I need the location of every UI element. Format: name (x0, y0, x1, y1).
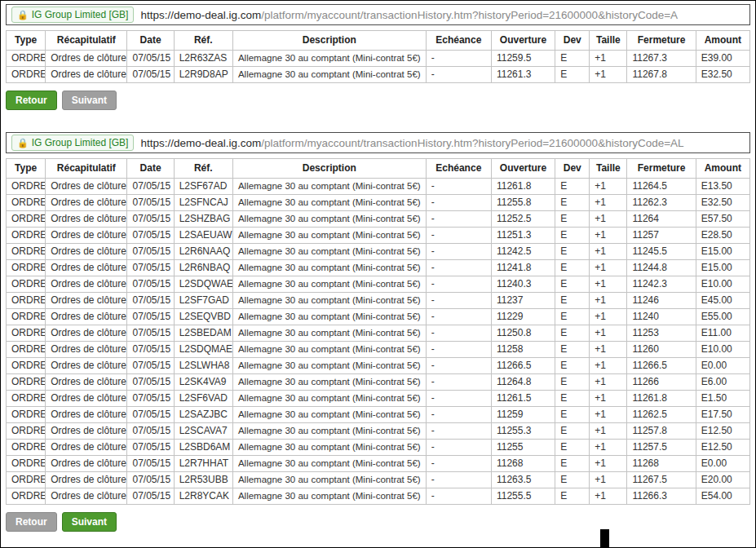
table-cell: L2SFNCAJ (174, 195, 232, 211)
column-header: Dev (555, 31, 590, 51)
table-cell: Ordres de clôture (46, 456, 127, 472)
table-cell: - (426, 407, 491, 423)
suivant-button[interactable]: Suivant (62, 91, 117, 110)
table-cell: Ordres de clôture (46, 423, 127, 440)
table-cell: +1 (590, 195, 627, 211)
table-row: ORDREOrdres de clôture07/05/15L2SLWHA8Al… (7, 358, 750, 374)
table-cell: E (555, 391, 590, 407)
table-cell: L2SLWHA8 (174, 358, 232, 374)
table-cell: 07/05/15 (127, 325, 174, 342)
table-cell: 11252.5 (491, 211, 555, 228)
table-cell: - (426, 293, 491, 309)
table-cell: L2SF6VAD (174, 391, 232, 407)
table-cell: +1 (590, 244, 627, 260)
table-cell: 11259.5 (491, 51, 555, 67)
table-cell: E11.00 (696, 325, 749, 342)
suivant-button[interactable]: Suivant (62, 512, 117, 532)
table-cell: 07/05/15 (127, 423, 174, 440)
column-header: Description (232, 31, 426, 51)
table-row: ORDREOrdres de clôture07/05/15L2SHZBAGAl… (7, 211, 750, 228)
ev-badge-label: IG Group Limited [GB] (32, 137, 129, 148)
table-cell: - (426, 488, 491, 505)
table-cell: +1 (590, 440, 627, 456)
ev-certificate-badge[interactable]: 🔒 IG Group Limited [GB] (11, 135, 134, 151)
column-header: Fermeture (627, 159, 696, 179)
column-header: Type (7, 31, 46, 51)
table-cell: - (426, 276, 491, 293)
table-cell: ORDRE (7, 276, 46, 293)
table-cell: E (555, 488, 590, 505)
retour-button[interactable]: Retour (6, 91, 57, 110)
table-cell: 07/05/15 (127, 456, 174, 472)
table-cell: E (555, 374, 590, 391)
table-cell: 11250.8 (491, 325, 555, 342)
table-cell: 11267.3 (627, 51, 696, 67)
table-cell: Ordres de clôture (46, 260, 127, 276)
table-cell: 11264.5 (627, 179, 696, 195)
table-row: ORDREOrdres de clôture07/05/15L2R6NBAQAl… (7, 260, 750, 276)
url-domain: demo-deal.ig.com (174, 9, 261, 21)
table-cell: +1 (590, 342, 627, 358)
table-cell: - (426, 195, 491, 211)
table-cell: - (426, 67, 491, 83)
table-row: ORDREOrdres de clôture07/05/15L2SF67ADAl… (7, 179, 750, 195)
table-cell: E0.00 (696, 358, 749, 374)
table-cell: +1 (590, 276, 627, 293)
table-cell: +1 (590, 407, 627, 423)
table-cell: Ordres de clôture (46, 244, 127, 260)
table-cell: Ordres de clôture (46, 195, 127, 211)
retour-button[interactable]: Retour (6, 512, 57, 532)
table-cell: ORDRE (7, 358, 46, 374)
ev-certificate-badge[interactable]: 🔒 IG Group Limited [GB] (11, 7, 134, 23)
table-cell: E15.00 (696, 244, 749, 260)
table-cell: Allemagne 30 au comptant (Mini-contrat 5… (232, 456, 426, 472)
table-cell: 11240.3 (491, 276, 555, 293)
url-domain: demo-deal.ig.com (174, 137, 261, 149)
table-header: TypeRécapitulatifDateRéf.DescriptionEché… (7, 159, 750, 179)
transaction-table: TypeRécapitulatifDateRéf.DescriptionEché… (6, 158, 750, 505)
table-row: ORDREOrdres de clôture07/05/15L2SDQWAEAl… (7, 276, 750, 293)
table-row: ORDREOrdres de clôture07/05/15L2SDQMAEAl… (7, 342, 750, 358)
table-cell: E17.50 (696, 407, 749, 423)
table-row: ORDREOrdres de clôture07/05/15L2R7HHATAl… (7, 456, 750, 472)
table-cell: L2SBEDAM (174, 325, 232, 342)
table-cell: E (555, 309, 590, 325)
table-cell: 11229 (491, 309, 555, 325)
column-header: Description (232, 159, 426, 179)
table-cell: - (426, 358, 491, 374)
address-bar[interactable]: 🔒 IG Group Limited [GB] https://demo-dea… (6, 132, 750, 153)
table-cell: E (555, 244, 590, 260)
table-cell: L2SCAVA7 (174, 423, 232, 440)
table-cell: 11255.8 (491, 195, 555, 211)
table-cell: 07/05/15 (127, 472, 174, 488)
table-cell: ORDRE (7, 228, 46, 244)
table-row: ORDREOrdres de clôture07/05/15L2R63ZASAl… (7, 51, 750, 67)
table-row: ORDREOrdres de clôture07/05/15L2SF7GADAl… (7, 293, 750, 309)
table-cell: E12.50 (696, 423, 749, 440)
transaction-history-panel-2: 🔒 IG Group Limited [GB] https://demo-dea… (6, 132, 750, 532)
table-cell: +1 (590, 179, 627, 195)
table-cell: +1 (590, 260, 627, 276)
table-cell: E32.50 (696, 195, 749, 211)
table-cell: E (555, 293, 590, 309)
table-row: ORDREOrdres de clôture07/05/15L2R8YCAKAl… (7, 488, 750, 505)
table-row: ORDREOrdres de clôture07/05/15L2SF6VADAl… (7, 391, 750, 407)
table-cell: 11244.8 (627, 260, 696, 276)
table-cell: ORDRE (7, 472, 46, 488)
table-cell: 11242.5 (491, 244, 555, 260)
table-cell: Ordres de clôture (46, 358, 127, 374)
table-cell: Ordres de clôture (46, 228, 127, 244)
column-header: Amount (696, 31, 749, 51)
table-cell: 11246 (627, 293, 696, 309)
table-cell: +1 (590, 211, 627, 228)
table-cell: ORDRE (7, 195, 46, 211)
header-row: TypeRécapitulatifDateRéf.DescriptionEché… (7, 31, 750, 51)
address-bar[interactable]: 🔒 IG Group Limited [GB] https://demo-dea… (6, 4, 750, 25)
table-cell: - (426, 440, 491, 456)
table-cell: E57.50 (696, 211, 749, 228)
table-cell: Allemagne 30 au comptant (Mini-contrat 5… (232, 358, 426, 374)
table-cell: 11255 (491, 440, 555, 456)
table-cell: Allemagne 30 au comptant (Mini-contrat 5… (232, 195, 426, 211)
table-cell: ORDRE (7, 456, 46, 472)
table-cell: - (426, 391, 491, 407)
